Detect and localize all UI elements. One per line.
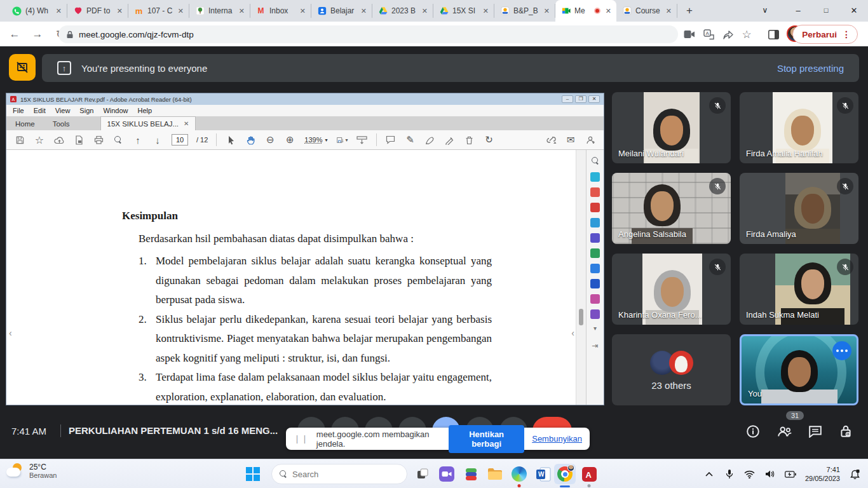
rail-export-pdf-icon[interactable] [590, 172, 600, 182]
side-panel-icon[interactable] [766, 27, 780, 41]
new-tab-button[interactable]: + [681, 3, 698, 19]
delete-icon[interactable] [464, 134, 475, 146]
tray-mic-icon[interactable] [724, 468, 735, 480]
zoom-level-select[interactable]: 139%▾ [304, 135, 328, 144]
scrollbar-thumb[interactable] [579, 309, 583, 325]
edge-browser-app[interactable] [508, 464, 530, 484]
search-icon[interactable] [112, 134, 124, 146]
tab-search-chevron-icon[interactable]: ∨ [751, 0, 779, 20]
close-tab-icon[interactable]: ✕ [55, 7, 63, 15]
fit-page-icon[interactable]: ▾ [337, 134, 348, 146]
rail-comment-icon[interactable] [590, 218, 600, 227]
file-explorer-app[interactable] [484, 464, 506, 484]
rail-edit-pdf-icon[interactable] [590, 203, 600, 212]
taskbar-search[interactable] [271, 464, 407, 484]
next-page-icon[interactable]: ↓ [152, 134, 163, 146]
participants-panel-icon[interactable] [776, 423, 793, 440]
rail-protect-icon[interactable] [590, 264, 600, 273]
rail-fill-sign-icon[interactable] [590, 279, 600, 288]
collapse-left-pane-icon[interactable]: ‹ [9, 328, 12, 338]
battery-icon[interactable] [785, 468, 796, 480]
rail-more-tools-icon[interactable]: ▾ [593, 325, 597, 332]
chat-panel-icon[interactable] [807, 423, 824, 440]
meeting-details-icon[interactable] [745, 423, 761, 440]
rail-combine-files-icon[interactable] [590, 233, 600, 243]
close-tab-icon[interactable]: ✕ [116, 7, 124, 15]
drag-handle-icon[interactable]: ❘❘ [294, 434, 309, 444]
overflow-participants-tile[interactable]: 23 others [612, 334, 731, 405]
participant-tile[interactable]: Indah Sukma Melati [740, 254, 858, 325]
zoom-in-icon[interactable]: ⊕ [284, 134, 295, 146]
participant-tile[interactable]: Angelina Salsabila [612, 173, 731, 244]
tab-pdf-tool[interactable]: PDF to ✕ [67, 4, 128, 18]
export-pdf-icon[interactable] [73, 134, 85, 146]
word-app[interactable]: W [532, 464, 554, 484]
stop-presenting-button[interactable]: Stop presenting [777, 63, 844, 74]
menu-help[interactable]: Help [138, 107, 153, 114]
host-controls-icon[interactable] [837, 423, 854, 440]
cloud-upload-icon[interactable] [53, 134, 65, 146]
bookmark-star-icon[interactable]: ☆ [34, 134, 45, 146]
camera-access-icon[interactable] [682, 27, 696, 41]
fit-width-icon[interactable] [356, 134, 368, 146]
tab-belajar[interactable]: Belajar ✕ [311, 4, 372, 18]
acrobat-restore-button[interactable]: ❐ [575, 95, 587, 103]
acrobat-document-tab[interactable]: 15X SIKLUS BELAJ... ✕ [100, 116, 196, 130]
rail-expand-icon[interactable]: ⇥ [592, 341, 598, 350]
save-icon[interactable] [14, 134, 25, 146]
stop-sharing-button[interactable]: Hentikan berbagi [449, 425, 524, 453]
participant-tile[interactable]: Meilani Wulandari [612, 92, 731, 163]
acrobat-minimize-button[interactable]: – [562, 95, 573, 103]
presentation-warning-icon[interactable] [9, 54, 36, 81]
search-input[interactable] [292, 470, 404, 479]
menu-sign[interactable]: Sign [79, 107, 93, 114]
tab-moodle[interactable]: m 107 - C ✕ [128, 4, 189, 18]
rail-create-pdf-icon[interactable] [590, 187, 600, 197]
rotate-icon[interactable]: ↻ [484, 134, 495, 146]
task-view-button[interactable] [412, 464, 433, 484]
select-tool-icon[interactable] [225, 134, 236, 146]
collapse-right-pane-icon[interactable]: ‹ [571, 328, 574, 338]
menu-view[interactable]: View [55, 107, 71, 114]
window-maximize-button[interactable]: □ [812, 0, 840, 20]
fill-sign-icon[interactable] [424, 134, 436, 146]
tab-course[interactable]: Course ✕ [616, 4, 677, 18]
hand-tool-icon[interactable] [245, 134, 256, 146]
browser-menu-icon[interactable]: ⋮ [842, 29, 851, 39]
acrobat-home-tab[interactable]: Home [6, 118, 44, 130]
share-icon[interactable] [721, 27, 735, 41]
participant-tile[interactable]: Kharinta Oxana Fero... [612, 254, 731, 325]
acrobat-app[interactable]: A [578, 464, 600, 484]
bookmark-star-icon[interactable]: ☆ [740, 27, 754, 41]
rail-measure-icon[interactable] [590, 294, 600, 304]
address-bar[interactable]: meet.google.com/qjz-fcvm-dtp [58, 25, 678, 43]
close-document-icon[interactable]: ✕ [184, 120, 189, 127]
acrobat-tools-tab[interactable]: Tools [44, 118, 79, 130]
tab-meet-active[interactable]: Me ✕ [555, 0, 616, 22]
highlight-pen-icon[interactable]: ✎ [405, 134, 416, 146]
tab-gmail[interactable]: M Inbox ✕ [250, 4, 311, 18]
close-tab-icon[interactable]: ✕ [299, 7, 307, 15]
chrome-app-active[interactable] [554, 464, 576, 484]
share-link-icon[interactable] [545, 134, 557, 146]
close-tab-icon[interactable]: ✕ [665, 7, 673, 15]
window-close-button[interactable]: ✕ [840, 0, 868, 20]
tray-clock[interactable]: 7:41 29/05/2023 [805, 465, 840, 483]
close-tab-icon[interactable]: ✕ [177, 7, 185, 15]
tab-drive-15x[interactable]: 15X SI ✕ [433, 4, 494, 18]
print-icon[interactable] [93, 134, 104, 146]
stamp-icon[interactable] [444, 134, 456, 146]
close-tab-icon[interactable]: ✕ [421, 7, 429, 15]
self-tile[interactable]: You [740, 334, 858, 405]
tab-whatsapp[interactable]: (4) Wh ✕ [6, 4, 67, 18]
weather-widget[interactable]: 25°C Berawan [6, 463, 57, 479]
video-chat-app[interactable] [436, 464, 458, 484]
menu-edit[interactable]: Edit [34, 107, 46, 114]
forward-icon[interactable]: → [29, 26, 46, 43]
vertical-scrollbar[interactable] [576, 150, 586, 405]
comment-icon[interactable] [385, 134, 397, 146]
update-browser-button[interactable]: Perbarui ⋮ [792, 25, 858, 44]
tab-internal[interactable]: Interna ✕ [189, 4, 250, 18]
tray-expand-icon[interactable] [703, 468, 715, 480]
close-tab-icon[interactable]: ✕ [482, 7, 490, 15]
